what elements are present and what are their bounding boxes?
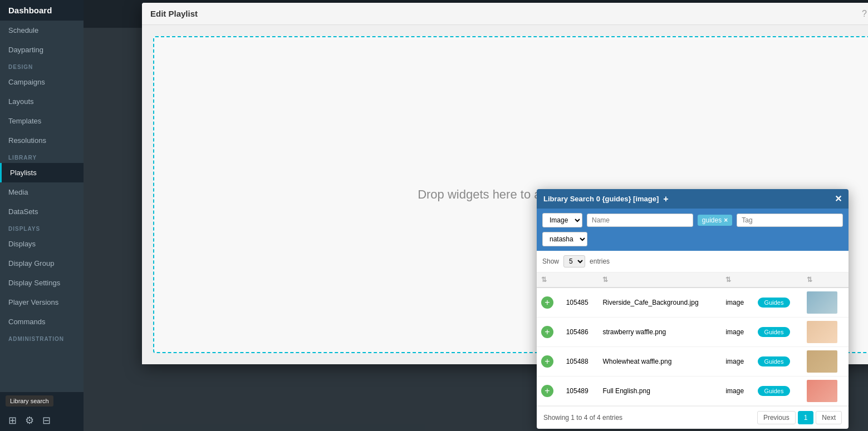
add-item-button[interactable]: +	[541, 326, 553, 338]
row-type: image	[721, 376, 753, 406]
sidebar-item-layouts[interactable]: Layouts	[0, 92, 84, 111]
sidebar-item-display-settings[interactable]: Display Settings	[0, 273, 84, 293]
sort-icon-thumb[interactable]: ⇅	[807, 276, 812, 284]
sidebar-item-templates[interactable]: Templates	[0, 111, 84, 131]
sidebar-item-resolutions[interactable]: Resolutions	[0, 131, 84, 150]
col-thumb: ⇅	[802, 273, 849, 288]
sidebar-item-display-group[interactable]: Display Group	[0, 254, 84, 273]
sidebar-item-media[interactable]: Media	[0, 182, 84, 202]
lib-filter-owner-select[interactable]: natasha	[542, 232, 587, 246]
lib-panel-filters: Image guides ×	[537, 209, 849, 232]
sidebar-logo[interactable]: Dashboard	[0, 0, 84, 21]
row-type: image	[721, 347, 753, 376]
sidebar-item-campaigns[interactable]: Campaigns	[0, 72, 84, 92]
sidebar-section-admin: ADMINISTRATION	[0, 331, 84, 344]
guides-tag-button[interactable]: Guides	[758, 356, 791, 366]
modal-header-icons: ? ✕	[862, 8, 868, 19]
row-add-cell: +	[537, 376, 562, 406]
guides-tag-button[interactable]: Guides	[758, 327, 791, 337]
monitor-icon[interactable]: ⊞	[8, 414, 17, 427]
library-search-panel: Library Search 0 {guides} [image] + ✕ Im…	[537, 189, 849, 429]
thumbnail	[807, 291, 837, 314]
col-tag	[753, 273, 802, 288]
row-name: Wholewheat waffle.png	[598, 347, 721, 376]
row-name: strawberry waffle.png	[598, 318, 721, 347]
pagination: Previous 1 Next	[757, 411, 842, 424]
sidebar-section-displays: DISPLAYS	[0, 221, 84, 234]
row-id: 105485	[562, 288, 599, 318]
sort-icon-type[interactable]: ⇅	[725, 276, 731, 284]
table-row: + 105489 Full English.png image Guides	[537, 376, 849, 406]
main-area: 🔔 👤 Edit Playlist ? ✕ Drop widgets here …	[84, 0, 868, 431]
row-id: 105489	[562, 376, 599, 406]
row-thumb	[802, 347, 849, 376]
sidebar-section-design: DESIGN	[0, 60, 84, 72]
showing-text: Showing 1 to 4 of 4 entries	[543, 414, 622, 422]
sort-icon-name[interactable]: ⇅	[602, 276, 608, 284]
next-button[interactable]: Next	[816, 411, 842, 424]
col-add: ⇅	[537, 273, 562, 288]
help-icon[interactable]: ?	[862, 9, 867, 19]
lib-filter-tag-input[interactable]	[737, 214, 843, 227]
add-item-button[interactable]: +	[541, 296, 553, 309]
lib-filter-name-input[interactable]	[587, 214, 693, 227]
sidebar-item-player-versions[interactable]: Player Versions	[0, 293, 84, 312]
lib-panel-title: Library Search 0 {guides} [image]	[543, 195, 659, 203]
thumbnail	[807, 321, 837, 343]
lib-filter-type-select[interactable]: Image	[542, 213, 582, 227]
tag-label: guides	[702, 216, 722, 224]
col-type: ⇅	[721, 273, 753, 288]
add-item-button[interactable]: +	[541, 385, 553, 397]
lib-table: ⇅ ⇅ ⇅ ⇅ + 105485 Riverside_Cafe_Backgrou…	[537, 273, 849, 406]
page-1-button[interactable]: 1	[798, 411, 814, 424]
lib-show-row: Show 5 entries	[537, 251, 849, 273]
row-tag: Guides	[753, 376, 802, 406]
row-type: image	[721, 318, 753, 347]
guides-tag-button[interactable]: Guides	[758, 386, 791, 396]
table-row: + 105486 strawberry waffle.png image Gui…	[537, 318, 849, 347]
sidebar-item-datasets[interactable]: DataSets	[0, 202, 84, 221]
col-name: ⇅	[598, 273, 721, 288]
entries-label: entries	[590, 257, 610, 265]
lib-panel-close-button[interactable]: ✕	[835, 194, 842, 204]
sidebar-item-schedule[interactable]: Schedule	[0, 21, 84, 40]
lib-panel-footer: Showing 1 to 4 of 4 entries Previous 1 N…	[537, 406, 849, 429]
sort-icon-add[interactable]: ⇅	[541, 276, 547, 284]
table-row: + 105485 Riverside_Cafe_Background.jpg i…	[537, 288, 849, 318]
lib-panel-filters2: natasha	[537, 232, 849, 251]
settings-icon[interactable]: ⚙	[25, 414, 34, 427]
tag-remove-button[interactable]: ×	[724, 216, 728, 224]
sidebar-item-displays[interactable]: Displays	[0, 234, 84, 254]
row-tag: Guides	[753, 347, 802, 376]
prev-button[interactable]: Previous	[757, 411, 796, 424]
modal-header: Edit Playlist ? ✕	[142, 3, 868, 25]
lib-table-body: + 105485 Riverside_Cafe_Background.jpg i…	[537, 288, 849, 406]
row-name: Full English.png	[598, 376, 721, 406]
sidebar-section-library: LIBRARY	[0, 150, 84, 163]
lib-table-header: ⇅ ⇅ ⇅ ⇅	[537, 273, 849, 288]
show-entries-select[interactable]: 5	[563, 255, 585, 267]
row-tag: Guides	[753, 318, 802, 347]
row-thumb	[802, 288, 849, 318]
modal-overlay: Edit Playlist ? ✕ Drop widgets here to a…	[84, 0, 868, 431]
library-search-badge[interactable]: Library search	[0, 392, 84, 410]
sidebar-item-dayparting[interactable]: Dayparting	[0, 40, 84, 60]
grid-icon[interactable]: ⊟	[42, 414, 51, 427]
guides-tag-button[interactable]: Guides	[758, 298, 791, 308]
thumbnail	[807, 350, 837, 373]
lib-panel-plus-icon[interactable]: +	[663, 194, 668, 204]
sidebar: Dashboard Schedule Dayparting DESIGN Cam…	[0, 0, 84, 431]
sidebar-item-playlists[interactable]: Playlists	[0, 163, 84, 182]
thumbnail	[807, 380, 837, 402]
lib-panel-header-left: Library Search 0 {guides} [image] +	[543, 194, 669, 204]
row-add-cell: +	[537, 318, 562, 347]
row-id: 105488	[562, 347, 599, 376]
row-add-cell: +	[537, 288, 562, 318]
row-thumb	[802, 318, 849, 347]
row-thumb	[802, 376, 849, 406]
show-label: Show	[542, 257, 559, 265]
row-id: 105486	[562, 318, 599, 347]
col-id	[562, 273, 599, 288]
add-item-button[interactable]: +	[541, 355, 553, 368]
sidebar-item-commands[interactable]: Commands	[0, 312, 84, 331]
